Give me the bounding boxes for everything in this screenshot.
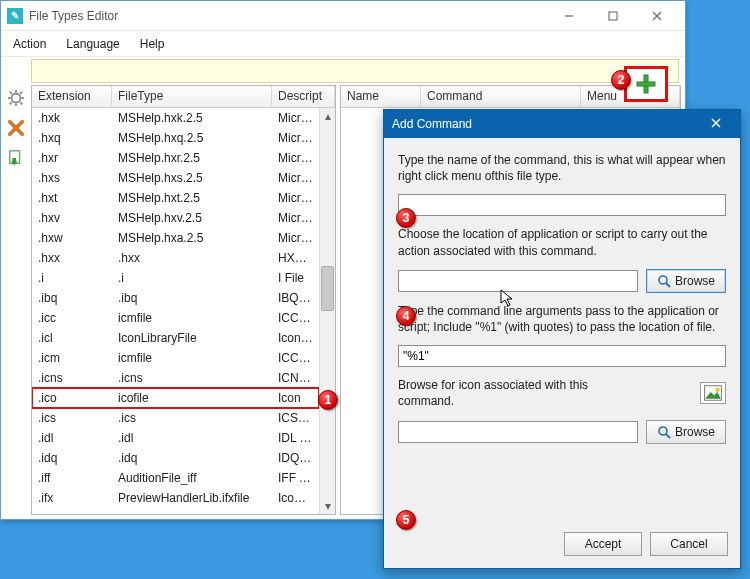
export-icon[interactable]	[5, 147, 27, 169]
table-row[interactable]: .icmicmfileICC Prof	[32, 348, 319, 368]
table-row[interactable]: .hxkMSHelp.hxk.2.5Microso	[32, 108, 319, 128]
cell-extension: .ibq	[32, 291, 112, 305]
menu-language[interactable]: Language	[66, 37, 119, 51]
add-command-button[interactable]	[624, 66, 668, 102]
browse-location-button[interactable]: Browse	[646, 269, 726, 293]
col-description[interactable]: Descript	[272, 86, 335, 107]
icon-preview[interactable]	[700, 382, 726, 404]
col-filetype[interactable]: FileType	[112, 86, 272, 107]
browse-icon-button[interactable]: Browse	[646, 420, 726, 444]
gear-icon[interactable]	[5, 87, 27, 109]
cell-description: Icon	[272, 391, 319, 405]
cell-description: ICS File	[272, 411, 319, 425]
cell-filetype: .ics	[112, 411, 272, 425]
minimize-button[interactable]	[547, 2, 591, 30]
cell-description: Microso	[272, 171, 319, 185]
command-icon-input[interactable]	[398, 421, 638, 443]
search-icon	[657, 274, 671, 288]
command-name-input[interactable]	[398, 194, 726, 216]
annotation-badge-1: 1	[318, 390, 338, 410]
table-row[interactable]: .hxx.hxxHXX File	[32, 248, 319, 268]
table-row[interactable]: .hxvMSHelp.hxv.2.5Microso	[32, 208, 319, 228]
picture-icon	[704, 385, 722, 401]
cell-filetype: MSHelp.hxt.2.5	[112, 191, 272, 205]
close-button[interactable]	[635, 2, 679, 30]
cell-extension: .hxr	[32, 151, 112, 165]
cell-filetype: icofile	[112, 391, 272, 405]
cell-filetype: PreviewHandlerLib.ifxfile	[112, 491, 272, 505]
annotation-badge-4: 4	[396, 306, 416, 326]
table-row[interactable]: .hxsMSHelp.hxs.2.5Microso	[32, 168, 319, 188]
cell-description: IDQ File	[272, 451, 319, 465]
cell-extension: .icc	[32, 311, 112, 325]
annotation-badge-3: 3	[396, 208, 416, 228]
table-row[interactable]: .iccicmfileICC Prof	[32, 308, 319, 328]
cell-description: ICC Prof	[272, 311, 319, 325]
table-row[interactable]: .idq.idqIDQ File	[32, 448, 319, 468]
cell-extension: .ifx	[32, 491, 112, 505]
cell-filetype: .idq	[112, 451, 272, 465]
cell-extension: .icm	[32, 351, 112, 365]
cell-extension: .ico	[32, 391, 112, 405]
accept-button[interactable]: Accept	[564, 532, 642, 556]
cell-filetype: icmfile	[112, 351, 272, 365]
svg-line-9	[10, 92, 12, 94]
filetypes-list: Extension FileType Descript .hxkMSHelp.h…	[31, 85, 336, 515]
dialog-title: Add Command	[392, 117, 700, 131]
menu-action[interactable]: Action	[13, 37, 46, 51]
cell-extension: .hxw	[32, 231, 112, 245]
cell-description: IDL File	[272, 431, 319, 445]
annotation-badge-5: 5	[396, 510, 416, 530]
maximize-button[interactable]	[591, 2, 635, 30]
table-row[interactable]: .icoicofileIcon	[32, 388, 319, 408]
table-row[interactable]: .icns.icnsICNS Fil	[32, 368, 319, 388]
cell-description: Icon Libr	[272, 331, 319, 345]
cell-filetype: MSHelp.hxa.2.5	[112, 231, 272, 245]
svg-point-20	[659, 276, 667, 284]
table-row[interactable]: .hxwMSHelp.hxa.2.5Microso	[32, 228, 319, 248]
cell-filetype: .i	[112, 271, 272, 285]
col-command[interactable]: Command	[421, 86, 581, 107]
filetypes-header: Extension FileType Descript	[32, 86, 335, 108]
cell-filetype: MSHelp.hxq.2.5	[112, 131, 272, 145]
col-name[interactable]: Name	[341, 86, 421, 107]
cancel-button[interactable]: Cancel	[650, 532, 728, 556]
col-extension[interactable]: Extension	[32, 86, 112, 107]
command-args-input[interactable]	[398, 345, 726, 367]
table-row[interactable]: .hxqMSHelp.hxq.2.5Microso	[32, 128, 319, 148]
table-row[interactable]: .i.iI File	[32, 268, 319, 288]
cell-description: Microso	[272, 231, 319, 245]
browse-label: Browse	[675, 425, 715, 439]
cell-extension: .icl	[32, 331, 112, 345]
table-row[interactable]: .iclIconLibraryFileIcon Libr	[32, 328, 319, 348]
svg-line-25	[666, 434, 670, 438]
delete-icon[interactable]	[5, 117, 27, 139]
annotation-badge-2: 2	[611, 70, 631, 90]
table-row[interactable]: .ibq.ibqIBQ File	[32, 288, 319, 308]
table-row[interactable]: .hxrMSHelp.hxr.2.5Microso	[32, 148, 319, 168]
menu-help[interactable]: Help	[140, 37, 165, 51]
command-location-input[interactable]	[398, 270, 638, 292]
dialog-text-location: Choose the location of application or sc…	[398, 226, 726, 258]
cell-description: Microso	[272, 191, 319, 205]
cell-description: Microso	[272, 211, 319, 225]
table-row[interactable]: .ics.icsICS File	[32, 408, 319, 428]
scroll-down-icon[interactable]: ▾	[320, 498, 335, 514]
table-row[interactable]: .iffAuditionFile_iffIFF Audi	[32, 468, 319, 488]
dialog-close-button[interactable]	[700, 117, 732, 131]
cell-description: Microso	[272, 151, 319, 165]
dialog-titlebar: Add Command	[384, 110, 740, 138]
table-row[interactable]: .hxtMSHelp.hxt.2.5Microso	[32, 188, 319, 208]
cell-filetype: MSHelp.hxv.2.5	[112, 211, 272, 225]
left-scrollbar[interactable]: ▴ ▾	[319, 108, 335, 514]
search-icon	[657, 425, 671, 439]
svg-line-11	[20, 92, 22, 94]
window-title: File Types Editor	[29, 9, 547, 23]
cell-filetype: .icns	[112, 371, 272, 385]
dialog-actions: Accept Cancel	[384, 524, 740, 568]
table-row[interactable]: .ifxPreviewHandlerLib.ifxfileIcoFX I	[32, 488, 319, 508]
cell-extension: .hxx	[32, 251, 112, 265]
menubar: Action Language Help	[1, 31, 685, 57]
scroll-up-icon[interactable]: ▴	[320, 108, 335, 124]
table-row[interactable]: .idl.idlIDL File	[32, 428, 319, 448]
